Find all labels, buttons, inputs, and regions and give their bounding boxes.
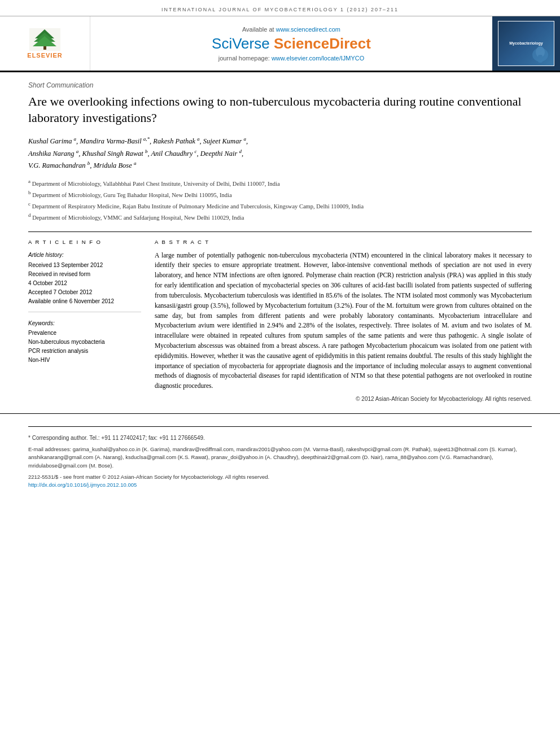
keyword-2: Non-tuberculous mycobacteria — [28, 338, 141, 347]
keyword-3: PCR restriction analysis — [28, 347, 141, 356]
affiliation-d: d Department of Microbiology, VMMC and S… — [28, 212, 532, 222]
available-online: Available online 6 November 2012 — [28, 297, 141, 306]
elsevier-label: ELSEVIER — [27, 52, 62, 59]
journal-homepage-link[interactable]: www.elsevier.com/locate/IJMYCO — [272, 55, 364, 62]
svg-rect-7 — [538, 55, 542, 63]
available-at-label: Available at www.sciencedirect.com — [242, 26, 340, 33]
doi-line: http://dx.doi.org/10.1016/j.ijmyco.2012.… — [28, 481, 532, 489]
section-divider — [28, 231, 532, 232]
keywords-label: Keywords: — [28, 320, 141, 326]
email-addresses: E-mail addresses: garima_kushal@yahoo.co… — [28, 445, 532, 470]
issn-line: 2212-5531/$ - see front matter © 2012 As… — [28, 473, 532, 481]
sciverse-title: SciVerse ScienceDirect — [212, 35, 371, 53]
corresponding-author: * Corresponding author. Tel.: +91 11 274… — [28, 434, 532, 442]
page: International Journal of Mycobacteriolog… — [0, 0, 560, 747]
article-body: Short Communication Are we overlooking i… — [0, 72, 560, 413]
abstract-col: A B S T R A C T A large number of potent… — [155, 239, 532, 402]
article-type: Short Communication — [28, 81, 532, 89]
sciencedirect-link[interactable]: www.sciencedirect.com — [276, 26, 340, 33]
accepted-date: Accepted 7 October 2012 — [28, 288, 141, 297]
sciencedirect-brand: ScienceDirect — [274, 35, 371, 52]
article-info-header: A R T I C L E I N F O — [28, 239, 141, 245]
footer-section: * Corresponding author. Tel.: +91 11 274… — [0, 413, 560, 498]
affiliation-a: a Department of Microbiology, Vallabhbha… — [28, 178, 532, 188]
history-label: Article history: — [28, 251, 141, 260]
received-revised-date: 4 October 2012 — [28, 279, 141, 288]
copyright-line: © 2012 Asian-African Society for Mycobac… — [155, 396, 532, 402]
keywords-divider — [28, 312, 141, 312]
email-list: garima_kushal@yahoo.co.in (K. Garima), m… — [28, 446, 517, 469]
header-banner: ELSEVIER Available at www.sciencedirect.… — [0, 16, 560, 72]
journal-homepage: journal homepage: www.elsevier.com/locat… — [218, 55, 365, 62]
journal-title-top: International Journal of Mycobacteriolog… — [161, 7, 399, 12]
keyword-4: Non-HIV — [28, 356, 141, 365]
elsevier-tree-icon — [29, 28, 60, 51]
affiliation-b: b Department of Microbiology, Guru Teg B… — [28, 189, 532, 199]
keywords-section: Keywords: Prevalence Non-tuberculous myc… — [28, 320, 141, 365]
journal-header: International Journal of Mycobacteriolog… — [0, 0, 560, 16]
abstract-paragraph: A large number of potentially pathogenic… — [155, 251, 532, 391]
header-center: Available at www.sciencedirect.com SciVe… — [90, 16, 492, 71]
header-left: ELSEVIER — [0, 16, 90, 71]
email-label: E-mail addresses: — [28, 446, 71, 452]
keyword-1: Prevalence — [28, 329, 141, 338]
article-history: Article history: Received 13 September 2… — [28, 251, 141, 306]
authors: Kushal Garima a, Mandira Varma-Basil a,*… — [28, 135, 532, 171]
article-title: Are we overlooking infections owing to n… — [28, 94, 532, 126]
article-info-col: A R T I C L E I N F O Article history: R… — [28, 239, 141, 402]
elsevier-logo: ELSEVIER — [17, 27, 73, 60]
issn-text: 2212-5531/$ - see front matter © 2012 As… — [28, 474, 269, 480]
two-column-section: A R T I C L E I N F O Article history: R… — [28, 239, 532, 402]
affiliation-c: c Department of Respiratory Medicine, Ra… — [28, 200, 532, 211]
received-revised-label: Received in revised form — [28, 270, 141, 279]
footer-divider — [28, 426, 532, 427]
keywords-list: Prevalence Non-tuberculous mycobacteria … — [28, 329, 141, 365]
cover-illustration-icon — [529, 43, 552, 63]
abstract-text: A large number of potentially pathogenic… — [155, 251, 532, 391]
doi-link[interactable]: http://dx.doi.org/10.1016/j.ijmyco.2012.… — [28, 482, 137, 488]
abstract-header: A B S T R A C T — [155, 239, 532, 245]
authors-text: Kushal Garima a, Mandira Varma-Basil a,*… — [28, 137, 248, 169]
header-right: Mycobacteriology — [492, 16, 560, 71]
affiliations: a Department of Microbiology, Vallabhbha… — [28, 178, 532, 222]
received-date: Received 13 September 2012 — [28, 261, 141, 270]
journal-cover: Mycobacteriology — [498, 21, 554, 66]
